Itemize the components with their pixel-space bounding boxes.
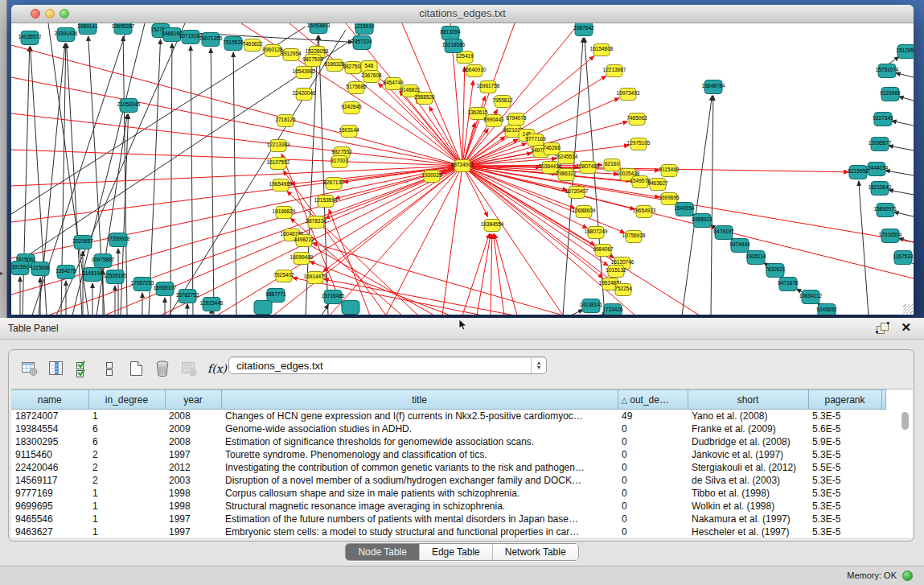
table-cell[interactable]: Estimation of the future numbers of pati… [221, 513, 618, 525]
graph-node[interactable]: 16099489 [290, 253, 314, 265]
table-cell[interactable]: 9115460 [11, 448, 88, 461]
graph-node[interactable]: 19166829 [273, 207, 296, 219]
graph-node[interactable]: 2020657 [72, 236, 93, 249]
graph-node[interactable]: 7515526 [223, 37, 244, 51]
delete-table-icon[interactable] [179, 359, 199, 378]
graph-edge[interactable] [11, 166, 462, 186]
table-cell[interactable]: 0 [618, 474, 688, 487]
graph-edge[interactable] [462, 233, 490, 315]
table-row[interactable]: 911546021997Tourette syndrome. Phenomeno… [11, 448, 885, 461]
table-cell[interactable]: Corpus callosum shape and size in male p… [221, 487, 618, 500]
table-cell[interactable]: 18724007 [11, 410, 88, 423]
table-cell[interactable]: 1 [88, 500, 165, 513]
table-row[interactable]: 969969511998Structural magnetic resonanc… [11, 500, 885, 513]
graph-node[interactable]: 9227343 [873, 113, 893, 126]
table-cell[interactable]: 6 [88, 422, 165, 435]
table-cell[interactable]: 0 [618, 525, 688, 538]
graph-node[interactable]: 8267130 [323, 178, 344, 190]
graph-node[interactable]: 8912954 [281, 49, 302, 61]
graph-node[interactable]: 1512954 [896, 45, 914, 59]
graph-node[interactable]: 22420046 [293, 89, 316, 101]
table-cell[interactable]: de Silva et al. (2003) [688, 474, 808, 487]
graph-node[interactable]: 8990443 [483, 115, 504, 127]
table-cell[interactable]: 0 [618, 422, 688, 435]
graph-node[interactable]: 16154808 [590, 44, 614, 56]
graph-node[interactable]: 16640910 [463, 65, 487, 77]
table-cell[interactable]: 18300295 [11, 435, 88, 448]
graph-node[interactable]: 1394275 [55, 266, 76, 279]
table-cell[interactable]: 0 [618, 500, 688, 513]
graph-node[interactable]: 10756928 [622, 231, 646, 243]
table-cell[interactable]: Changes of HCN gene expression and I(f) … [221, 410, 618, 423]
graph-node[interactable]: 16543982 [293, 67, 316, 79]
graph-node[interactable]: 1603144 [339, 126, 359, 138]
graph-node[interactable] [342, 301, 359, 315]
graph-node[interactable]: 30975887 [92, 254, 115, 268]
graph-node[interactable]: 9827503 [302, 55, 323, 67]
graph-node[interactable]: 12975105 [627, 138, 651, 150]
table-cell[interactable]: Disruption of a novel member of a sodium… [221, 474, 618, 487]
graph-node[interactable]: 6794078 [506, 113, 527, 126]
graph-node[interactable]: 10688609 [573, 206, 596, 218]
table-cell[interactable]: Dudbridge et al. (2008) [688, 435, 808, 448]
graph-node[interactable]: 1733426 [602, 304, 623, 315]
window-titlebar[interactable]: citations_edges.txt [11, 5, 914, 23]
graph-edge[interactable] [711, 96, 713, 315]
table-cell[interactable]: 5.9E-5 [808, 435, 881, 448]
graph-node[interactable]: 12213383 [267, 140, 290, 152]
new-table-icon[interactable] [126, 359, 146, 378]
graph-edge[interactable] [191, 46, 193, 315]
graph-node[interactable]: 10973493 [617, 89, 640, 101]
table-cell[interactable]: 6 [88, 435, 165, 448]
graph-node[interactable]: 7955812 [492, 96, 513, 108]
table-cell[interactable]: 1997 [165, 525, 221, 538]
table-cell[interactable]: 9463627 [11, 525, 88, 538]
graph-node[interactable]: 12095877 [869, 138, 892, 151]
table-cell[interactable]: 0 [618, 448, 688, 461]
table-cell[interactable]: Tourette syndrome. Phenomenology and cla… [221, 448, 618, 461]
graph-edge[interactable] [894, 212, 914, 216]
graph-node[interactable]: 12213987 [603, 65, 626, 77]
table-cell[interactable]: Franke et al. (2009) [688, 422, 808, 435]
graph-edge[interactable] [889, 190, 914, 195]
table-cell[interactable]: 19384554 [11, 422, 88, 435]
graph-node[interactable]: 12923448 [200, 298, 224, 311]
graph-node[interactable]: 8471676 [778, 278, 799, 291]
graph-node[interactable]: 1930029 [421, 171, 442, 183]
table-row[interactable]: 1938455462009Genome-wide association stu… [11, 422, 885, 435]
column-header-out_de[interactable]: △out_de… [618, 390, 688, 410]
graph-node[interactable]: 5878334 [306, 216, 326, 229]
scrollbar-thumb[interactable] [901, 412, 909, 430]
column-header-name[interactable]: name [11, 390, 88, 410]
graph-node[interactable]: 1167533 [893, 251, 914, 265]
graph-edge[interactable] [571, 310, 583, 315]
table-cell[interactable]: 5.3E-5 [808, 474, 881, 487]
graph-edge[interactable] [477, 234, 491, 315]
graph-edge[interactable] [330, 166, 462, 315]
column-header-pagerank[interactable]: pagerank [808, 390, 881, 410]
table-cell[interactable]: Yano et al. (2008) [688, 410, 808, 423]
graph-node[interactable]: 12505185 [104, 270, 127, 284]
table-cell[interactable]: 9465546 [11, 513, 88, 525]
table-cell[interactable]: 0 [618, 513, 688, 525]
close-panel-icon[interactable]: ✕ [901, 320, 911, 335]
table-cell[interactable]: 5.5E-5 [808, 461, 881, 474]
graph-node[interactable]: 9857771 [265, 289, 286, 303]
graph-node[interactable]: 2367608 [361, 71, 382, 83]
graph-edge[interactable] [462, 166, 635, 315]
graph-node[interactable]: 1115688 [31, 262, 51, 276]
graph-node[interactable]: 12153594 [314, 196, 338, 208]
graph-node[interactable]: 5175685 [346, 82, 367, 94]
table-cell[interactable]: 1998 [165, 487, 221, 500]
network-canvas[interactable]: 1872400719300297463822896012889129541522… [11, 23, 914, 315]
table-cell[interactable]: 49 [618, 410, 688, 423]
graph-node[interactable]: 7632621 [765, 264, 786, 278]
graph-node[interactable]: 18807249 [585, 227, 608, 239]
graph-node[interactable]: 9827508 [343, 62, 363, 74]
memory-ok-indicator[interactable] [902, 571, 913, 581]
table-cell[interactable]: Tibbo et al. (1998) [688, 487, 808, 500]
table-cell[interactable]: Embryonic stem cells: a model to study s… [221, 525, 618, 538]
graph-node[interactable]: 16958107 [154, 282, 177, 296]
table-cell[interactable]: 5.3E-5 [808, 500, 881, 513]
graph-edge[interactable] [442, 166, 462, 315]
